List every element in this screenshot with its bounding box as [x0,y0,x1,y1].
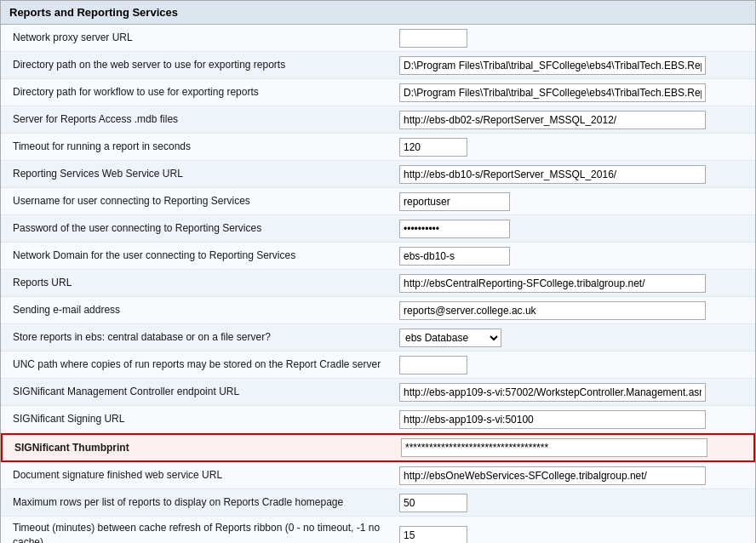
label-dir-path-workflow: Directory path for workflow to use for e… [1,81,392,104]
form-row-dir-path-workflow: Directory path for workflow to use for e… [1,79,755,106]
label-store-reports-ebs: Store reports in ebs: central database o… [1,326,392,349]
label-dir-path-exporting-reports: Directory path on the web server to use … [1,54,392,77]
label-significant-signing-url: SIGNificant Signing URL [1,408,392,431]
form-body: Network proxy server URLDirectory path o… [1,25,755,543]
value-significant-thumbprint[interactable] [394,435,753,460]
label-max-rows-reports-homepage: Maximum rows per list of reports to disp… [1,491,392,514]
form-row-significant-signing-url: SIGNificant Signing URL [1,406,755,433]
value-network-domain-reporting-services[interactable] [392,243,755,269]
input-password-reporting-services[interactable] [399,220,510,238]
value-significant-management-controller-url[interactable] [392,380,755,405]
input-significant-management-controller-url[interactable] [399,383,706,402]
input-sending-email-address[interactable] [399,301,706,320]
value-significant-signing-url[interactable] [392,407,755,432]
form-row-reporting-services-web-service-url: Reporting Services Web Service URL [1,161,755,188]
label-reports-url: Reports URL [1,272,392,294]
input-document-signature-web-service-url[interactable] [399,466,706,485]
value-password-reporting-services[interactable] [392,216,755,242]
value-timeout-cache-refresh[interactable] [392,523,755,543]
label-timeout-running-report: Timeout for running a report in seconds [1,135,392,158]
input-dir-path-exporting-reports[interactable] [399,56,706,75]
form-row-significant-thumbprint: SIGNificant Thumbprint [1,433,755,462]
reports-panel: Reports and Reporting Services Network p… [0,0,756,543]
label-network-domain-reporting-services: Network Domain for the user connecting t… [1,244,392,267]
label-network-proxy-server-url: Network proxy server URL [1,26,392,49]
value-document-signature-web-service-url[interactable] [392,463,755,489]
input-reports-url[interactable] [399,274,706,293]
value-dir-path-workflow[interactable] [392,80,755,106]
input-timeout-cache-refresh[interactable] [399,526,467,543]
value-timeout-running-report[interactable] [392,134,755,160]
form-row-store-reports-ebs: Store reports in ebs: central database o… [1,324,755,352]
input-max-rows-reports-homepage[interactable] [399,494,467,512]
value-sending-email-address[interactable] [392,298,755,323]
value-username-reporting-services[interactable] [392,189,755,214]
label-document-signature-web-service-url: Document signature finished web service … [1,464,392,487]
input-network-domain-reporting-services[interactable] [399,247,510,266]
value-reports-url[interactable] [392,271,755,296]
label-username-reporting-services: Username for user connecting to Reportin… [1,190,392,213]
input-unc-path-report-cradle[interactable] [399,356,467,374]
label-significant-management-controller-url: SIGNificant Management Controller endpoi… [1,380,392,403]
label-sending-email-address: Sending e-mail address [1,299,392,322]
form-row-document-signature-web-service-url: Document signature finished web service … [1,462,755,489]
input-timeout-running-report[interactable] [399,138,467,157]
value-reporting-services-web-service-url[interactable] [392,162,755,187]
form-row-significant-management-controller-url: SIGNificant Management Controller endpoi… [1,379,755,406]
form-row-network-domain-reporting-services: Network Domain for the user connecting t… [1,243,755,270]
input-reporting-services-web-service-url[interactable] [399,165,706,184]
label-server-reports-access-mdb: Server for Reports Access .mdb files [1,108,392,131]
input-significant-thumbprint[interactable] [401,438,707,457]
input-dir-path-workflow[interactable] [399,83,706,102]
label-unc-path-report-cradle: UNC path where copies of run reports may… [1,353,392,376]
form-row-timeout-cache-refresh: Timeout (minutes) between cache refresh … [1,517,755,543]
panel-title: Reports and Reporting Services [1,1,755,25]
label-password-reporting-services: Password of the user connecting to Repor… [1,217,392,240]
form-row-username-reporting-services: Username for user connecting to Reportin… [1,188,755,215]
select-store-reports-ebs[interactable]: ebs DatabaseFile Server [399,329,501,347]
value-max-rows-reports-homepage[interactable] [392,490,755,516]
form-row-dir-path-exporting-reports: Directory path on the web server to use … [1,52,755,79]
input-network-proxy-server-url[interactable] [399,29,467,48]
label-timeout-cache-refresh: Timeout (minutes) between cache refresh … [1,517,392,543]
value-dir-path-exporting-reports[interactable] [392,53,755,78]
value-server-reports-access-mdb[interactable] [392,107,755,133]
form-row-network-proxy-server-url: Network proxy server URL [1,25,755,52]
form-row-reports-url: Reports URL [1,270,755,297]
form-row-server-reports-access-mdb: Server for Reports Access .mdb files [1,106,755,134]
value-network-proxy-server-url[interactable] [392,26,755,51]
form-row-password-reporting-services: Password of the user connecting to Repor… [1,215,755,243]
label-reporting-services-web-service-url: Reporting Services Web Service URL [1,163,392,186]
form-row-sending-email-address: Sending e-mail address [1,297,755,324]
input-username-reporting-services[interactable] [399,192,510,211]
value-store-reports-ebs[interactable]: ebs DatabaseFile Server [392,325,755,351]
form-row-timeout-running-report: Timeout for running a report in seconds [1,134,755,161]
input-significant-signing-url[interactable] [399,410,706,429]
form-row-unc-path-report-cradle: UNC path where copies of run reports may… [1,352,755,379]
value-unc-path-report-cradle[interactable] [392,352,755,378]
input-server-reports-access-mdb[interactable] [399,111,706,129]
label-significant-thumbprint: SIGNificant Thumbprint [3,437,394,460]
form-row-max-rows-reports-homepage: Maximum rows per list of reports to disp… [1,489,755,517]
